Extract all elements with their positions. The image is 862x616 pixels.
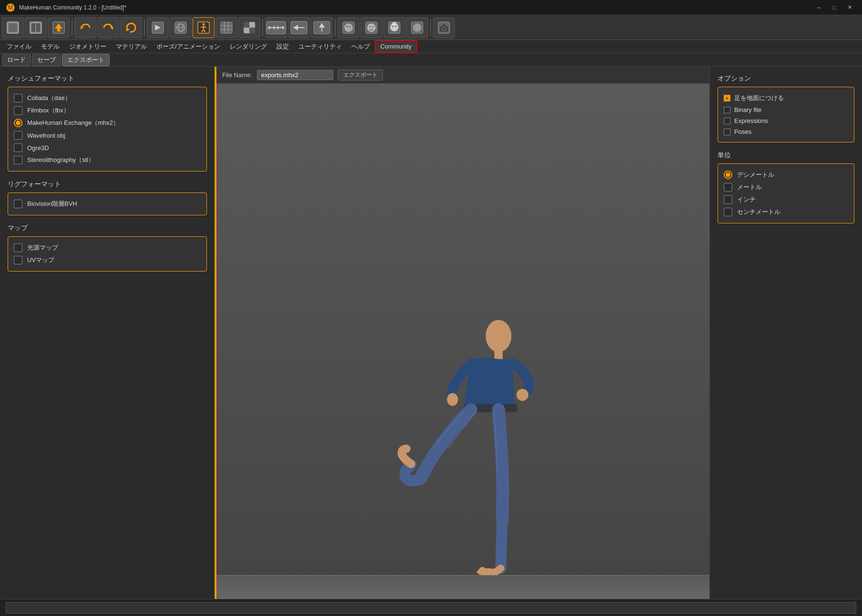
- unit-centimeter[interactable]: センチメートル: [724, 206, 848, 218]
- rig-format-title: リグフォーマット: [8, 180, 207, 189]
- viewport-header: File Name: エクスポート: [216, 67, 709, 84]
- option-collada[interactable]: Collada（dae）: [14, 92, 201, 104]
- option-filmbox[interactable]: Filmbox（fbx）: [14, 104, 201, 117]
- animated-person-button[interactable]: [193, 17, 215, 38]
- mode-default-button[interactable]: [2, 17, 24, 38]
- collada-label: Collada（dae）: [27, 94, 71, 102]
- option-ogre3d[interactable]: Ogre3D: [14, 141, 201, 154]
- option-lightmap[interactable]: 光源マップ: [14, 242, 201, 254]
- option-mhx2[interactable]: MakeHuman Exchange（mhx2）: [14, 117, 201, 129]
- uvmap-checkbox[interactable]: [14, 256, 22, 264]
- option-uvmap[interactable]: UVマップ: [14, 254, 201, 266]
- viewport-3d[interactable]: [216, 84, 709, 599]
- expressions-checkbox[interactable]: [724, 118, 730, 124]
- svg-rect-3: [9, 23, 17, 32]
- option-wavefront[interactable]: Wavefront obj: [14, 129, 201, 141]
- unit-decimeter[interactable]: デシメートル: [724, 169, 848, 181]
- wavefront-checkbox[interactable]: [14, 131, 22, 140]
- meter-radio[interactable]: [724, 183, 732, 192]
- upload-button[interactable]: [48, 17, 70, 38]
- menu-community[interactable]: Community: [375, 40, 418, 53]
- foot-ground-checkbox[interactable]: [724, 95, 730, 101]
- mhx2-radio[interactable]: [14, 119, 22, 127]
- menu-render[interactable]: レンダリング: [225, 40, 272, 53]
- binary-file-checkbox[interactable]: [724, 107, 730, 113]
- menu-material[interactable]: マテリアル: [111, 40, 152, 53]
- option-binary-file[interactable]: Binary file: [724, 104, 848, 115]
- svg-rect-5: [31, 23, 35, 32]
- menu-model[interactable]: モデル: [36, 40, 64, 53]
- rig-format-section: リグフォーマット Biovision階層BVH: [8, 180, 207, 215]
- map-section: マップ 光源マップ UVマップ: [8, 224, 207, 272]
- svg-text:M: M: [8, 4, 13, 11]
- submenu-save[interactable]: セーブ: [32, 54, 61, 66]
- filename-input[interactable]: [257, 70, 333, 80]
- decimeter-radio[interactable]: [724, 171, 732, 179]
- svg-rect-24: [221, 22, 232, 33]
- submenu-load[interactable]: ロード: [2, 54, 31, 66]
- svg-point-59: [413, 23, 421, 32]
- arrow-left-button[interactable]: [288, 17, 310, 38]
- svg-point-52: [372, 26, 374, 27]
- bvh-checkbox[interactable]: [14, 200, 22, 208]
- camera-button[interactable]: [433, 17, 455, 38]
- menu-geometry[interactable]: ジオメトリー: [64, 40, 111, 53]
- stl-checkbox[interactable]: [14, 156, 22, 164]
- window-controls: ─ □ ✕: [812, 3, 856, 12]
- svg-point-63: [443, 28, 445, 30]
- units-box: デシメートル メートル インチ センチメートル: [718, 163, 854, 223]
- maximize-button[interactable]: □: [828, 3, 841, 12]
- rig-format-box: Biovision階層BVH: [8, 192, 207, 215]
- filmbox-checkbox[interactable]: [14, 106, 22, 115]
- face-round-button[interactable]: [360, 17, 382, 38]
- decimeter-label: デシメートル: [737, 171, 774, 179]
- mesh-format-title: メッシュフォーマット: [8, 74, 207, 83]
- svg-point-65: [486, 320, 512, 352]
- toolbar-sep-5: [430, 19, 431, 36]
- mode-panel-button[interactable]: [25, 17, 47, 38]
- main-content: メッシュフォーマット Collada（dae） Filmbox（fbx）: [0, 67, 862, 599]
- lightmap-checkbox[interactable]: [14, 243, 22, 252]
- close-button[interactable]: ✕: [843, 3, 856, 12]
- face-spots-button[interactable]: [383, 17, 405, 38]
- grid-button[interactable]: [216, 17, 237, 38]
- minimize-button[interactable]: ─: [812, 3, 826, 12]
- option-stl[interactable]: Stereolithography（stl）: [14, 154, 201, 166]
- option-expressions[interactable]: Expressions: [724, 115, 848, 126]
- checker-button[interactable]: [238, 17, 260, 38]
- nav-button[interactable]: [147, 17, 169, 38]
- menu-utility[interactable]: ユーティリティ: [294, 40, 347, 53]
- filename-label: File Name:: [222, 71, 252, 79]
- unit-meter[interactable]: メートル: [724, 181, 848, 193]
- menu-file[interactable]: ファイル: [2, 40, 36, 53]
- option-foot-ground[interactable]: 足を地面につける: [724, 92, 848, 104]
- undo-button[interactable]: [74, 17, 96, 38]
- collada-checkbox[interactable]: [14, 94, 22, 102]
- submenu-export[interactable]: エクスポート: [62, 54, 110, 66]
- poses-checkbox[interactable]: [724, 129, 730, 135]
- ogre3d-checkbox[interactable]: [14, 143, 22, 152]
- unit-inch[interactable]: インチ: [724, 193, 848, 206]
- export-button[interactable]: エクスポート: [338, 70, 383, 81]
- svg-point-47: [347, 26, 348, 27]
- option-bvh[interactable]: Biovision階層BVH: [14, 198, 201, 210]
- foot-ground-label: 足を地面につける: [734, 94, 784, 102]
- ogre3d-label: Ogre3D: [27, 144, 49, 151]
- option-poses[interactable]: Poses: [724, 126, 848, 137]
- arrow-spread-button[interactable]: [265, 17, 287, 38]
- arrow-up-button[interactable]: [311, 17, 333, 38]
- options-section: オプション 足を地面につける Binary file Expressions: [718, 74, 854, 142]
- statusbar-input[interactable]: [6, 602, 856, 614]
- poses-label: Poses: [734, 128, 751, 135]
- globe-button[interactable]: [170, 17, 192, 38]
- face-grey-button[interactable]: [406, 17, 428, 38]
- inch-radio[interactable]: [724, 195, 732, 204]
- menu-settings[interactable]: 設定: [272, 40, 294, 53]
- centimeter-radio[interactable]: [724, 208, 732, 216]
- menu-pose-anim[interactable]: ポーズ/アニメーション: [152, 40, 225, 53]
- stl-label: Stereolithography（stl）: [27, 156, 94, 164]
- redo-button[interactable]: [97, 17, 119, 38]
- face-flat-button[interactable]: [338, 17, 359, 38]
- refresh-button[interactable]: [120, 17, 142, 38]
- menu-help[interactable]: ヘルプ: [347, 40, 375, 53]
